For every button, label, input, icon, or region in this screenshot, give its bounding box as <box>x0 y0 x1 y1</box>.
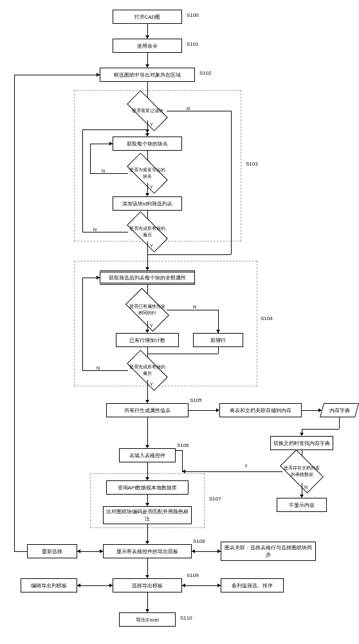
process-get-name: 获取每个块的块名 <box>113 137 182 151</box>
label: 将表和文档关联存储到内存 <box>230 407 291 414</box>
decision-has-data: 是否存在文档对应的表格数据 <box>282 460 321 483</box>
step-s108: S108 <box>193 538 205 544</box>
label: 框选图纸中导出对象所在区域 <box>114 71 181 79</box>
label: 获取筛选后列表每个块的全部属性 <box>109 274 186 281</box>
arrow-left-icon <box>192 549 195 553</box>
connector <box>14 75 15 551</box>
connector <box>147 24 148 37</box>
decision-need-export: 是否为需要导出的块名 <box>128 164 167 183</box>
arrow-right-icon <box>100 549 103 553</box>
process-show-panel: 显示带表格控件的导出面板 <box>103 544 192 558</box>
process-use-command: 使用命令 <box>113 39 182 53</box>
label: 查询API数据或本地数据库 <box>118 484 178 491</box>
decision-traverse1: 是否完成所有块的遍历 <box>128 222 167 242</box>
arrow-right-icon <box>97 276 100 279</box>
y-label: Y <box>150 185 153 189</box>
connector <box>147 524 148 542</box>
decision-traverse2: 是否完成所有块的遍历 <box>128 361 167 380</box>
step-s101: S101 <box>187 41 199 47</box>
label: 是否完成所有块的遍历 <box>128 225 167 238</box>
arrow-left-icon <box>77 549 80 553</box>
connector <box>147 254 231 255</box>
connector <box>147 380 148 401</box>
label: 获取每个块的块名 <box>127 140 168 147</box>
connector <box>77 551 103 552</box>
step-s110: S110 <box>180 615 192 621</box>
y-label: Y <box>244 464 248 468</box>
n-label: N <box>193 305 196 309</box>
connector <box>182 471 282 472</box>
connector <box>90 173 128 174</box>
n-label: N <box>187 106 190 111</box>
label: 所有行生成属性值表 <box>124 407 170 414</box>
step-s100: S100 <box>187 12 199 18</box>
connector <box>167 310 218 310</box>
label: 各列值筛选、排序 <box>232 582 273 589</box>
label: 是否完成所有块的遍历 <box>128 364 167 377</box>
connector <box>182 585 221 586</box>
label: 不显示内容 <box>289 502 315 509</box>
process-save-mem: 将表和文档关联存储到内存 <box>219 403 302 417</box>
y-label: Y <box>150 122 153 127</box>
decision-filter: 是否需要过滤块 <box>128 101 167 120</box>
y-label: Y <box>150 323 153 328</box>
label: 添加该块id到筛选列表 <box>122 200 172 207</box>
y-label: Y <box>150 243 153 248</box>
label: 重新选择 <box>42 548 62 555</box>
connector <box>90 144 91 173</box>
process-edit-template: 编辑导出列模板 <box>21 578 77 592</box>
connector <box>77 585 113 586</box>
process-export-excel: 导出Excel <box>119 612 176 627</box>
label: 内存字典 <box>329 407 350 414</box>
label: 是否存在文档对应的表格数据 <box>282 465 321 478</box>
connector <box>82 129 147 130</box>
label: 切换文档时查找内存字典 <box>273 440 330 447</box>
arrow-right-icon <box>109 583 113 587</box>
process-compare: 比对图纸块编码是否匹配并用颜色标注 <box>103 506 192 524</box>
label: 是否需要过滤块 <box>132 108 163 114</box>
connector <box>82 278 83 370</box>
process-chart-link: 图表关联：选择表格行与选择图纸块同步 <box>221 542 316 561</box>
process-open-cad: 打开CAD图 <box>113 10 182 24</box>
step-s105: S105 <box>190 397 202 403</box>
connector <box>82 370 128 371</box>
step-s103: S103 <box>246 161 258 167</box>
connector <box>147 354 218 354</box>
arrow-left-icon <box>182 583 185 587</box>
connector <box>302 483 302 496</box>
label: 使用命令 <box>137 43 158 50</box>
connector <box>82 129 83 232</box>
connector <box>231 111 232 229</box>
connector <box>14 75 100 75</box>
connector <box>147 558 148 576</box>
n-label: N <box>97 366 100 370</box>
label: 选择导出模板 <box>132 582 163 589</box>
label: 比对图纸块编码是否匹配并用颜色标注 <box>106 508 189 522</box>
connector <box>192 551 221 552</box>
label: 编辑导出列模板 <box>31 582 67 589</box>
step-s107: S107 <box>209 496 221 502</box>
decision-same-row: 是否已有属性完全相同的行 <box>128 298 167 321</box>
step-s102: S102 <box>199 70 212 76</box>
connector <box>218 347 219 354</box>
connector <box>302 429 339 430</box>
step-s106: S106 <box>177 442 189 448</box>
process-gen-table: 所有行生成属性值表 <box>106 403 189 417</box>
connector <box>167 111 231 111</box>
data-mem-dict: 内存字典 <box>320 403 359 417</box>
label: 新增行 <box>210 337 226 344</box>
process-reselect: 重新选择 <box>27 544 77 558</box>
process-inc-count: 已有行增加计数 <box>116 333 179 347</box>
process-col-filter: 各列值筛选、排序 <box>221 578 284 592</box>
connector <box>147 592 148 611</box>
connector <box>147 53 148 66</box>
arrow-down-icon <box>145 129 149 133</box>
connector <box>231 229 232 254</box>
step-s109: S109 <box>187 573 199 578</box>
step-s104: S104 <box>261 316 273 321</box>
process-add-id: 添加该块id到筛选列表 <box>113 196 182 211</box>
connector <box>147 417 148 446</box>
label: 表填入表格控件 <box>129 452 165 459</box>
process-get-attrs: 获取筛选后列表每个块的全部属性 <box>100 270 195 285</box>
process-no-display: 不显示内容 <box>277 498 327 512</box>
